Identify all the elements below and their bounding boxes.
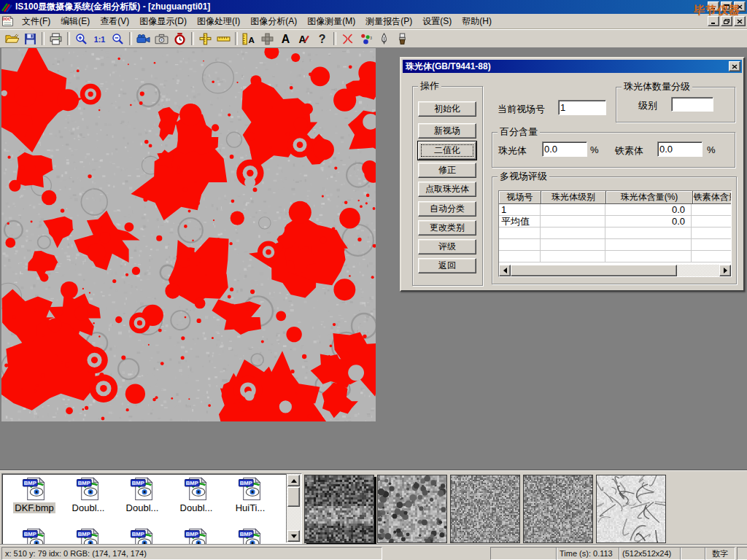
- minimize-button[interactable]: [708, 1, 719, 12]
- file-item[interactable]: BMPHuiTi...: [224, 477, 276, 514]
- preview-thumbnail[interactable]: [450, 475, 520, 543]
- menu-item-image-measure[interactable]: 图像测量(M): [302, 14, 360, 29]
- text-label-icon[interactable]: A: [276, 31, 295, 47]
- print-icon[interactable]: [47, 31, 65, 47]
- current-field-input[interactable]: [558, 100, 606, 115]
- capture-camera-icon[interactable]: [152, 31, 171, 47]
- close-button[interactable]: [734, 1, 746, 12]
- rate-button[interactable]: 评级: [418, 239, 476, 254]
- scroll-up-icon[interactable]: [287, 475, 300, 486]
- grid-cross-icon[interactable]: [258, 31, 276, 47]
- file-item[interactable]: BMPDKF.bmp: [8, 477, 61, 514]
- file-item[interactable]: BMPDoubl...: [62, 477, 115, 514]
- maximize-button[interactable]: [721, 1, 732, 12]
- table-column-header[interactable]: 珠光体含量(%): [606, 191, 693, 204]
- init-button[interactable]: 初始化: [418, 101, 476, 117]
- file-item-partial[interactable]: BMP: [62, 528, 115, 545]
- table-column-header[interactable]: 珠光体级别: [541, 191, 606, 204]
- pearlite-percent-input[interactable]: [542, 141, 587, 157]
- new-field-button[interactable]: 新视场: [418, 123, 476, 139]
- menu-item-help[interactable]: 帮助(H): [457, 14, 497, 29]
- scroll-right-icon[interactable]: [719, 265, 731, 276]
- measure-label-icon[interactable]: A: [240, 31, 258, 47]
- file-item-partial[interactable]: BMP: [224, 528, 276, 545]
- hscroll-thumb[interactable]: [511, 265, 677, 276]
- file-name[interactable]: HuiTi...: [234, 502, 267, 513]
- table-row[interactable]: 10.0: [499, 204, 731, 216]
- scroll-down-icon[interactable]: [287, 530, 300, 542]
- preview-thumbnail[interactable]: [377, 475, 447, 543]
- timer-clock-icon[interactable]: [171, 31, 189, 47]
- file-name[interactable]: Doubl...: [71, 502, 107, 513]
- menu-item-image-display[interactable]: 图像显示(D): [134, 14, 192, 29]
- scroll-left-icon[interactable]: [499, 265, 511, 276]
- ruler-icon[interactable]: [214, 31, 233, 47]
- file-item-partial[interactable]: BMP: [116, 528, 169, 545]
- table-column-header[interactable]: 视场号: [499, 191, 541, 204]
- file-name[interactable]: Doubl...: [179, 502, 214, 513]
- preview-thumbnail[interactable]: [523, 475, 593, 543]
- vscroll-thumb[interactable]: [287, 487, 300, 507]
- return-button[interactable]: 返回: [418, 258, 476, 273]
- menu-item-edit[interactable]: 编辑(E): [55, 14, 95, 29]
- actual-size-icon[interactable]: 1:1: [90, 31, 109, 47]
- pick-pearlite-button[interactable]: 点取珠光体: [418, 182, 476, 197]
- menu-item-view[interactable]: 查看(V): [95, 14, 134, 29]
- svg-text:BMP: BMP: [132, 531, 144, 537]
- svg-text:BMP: BMP: [186, 531, 198, 537]
- file-vscrollbar[interactable]: [286, 474, 301, 542]
- mdi-minimize-button[interactable]: [708, 16, 719, 26]
- video-camera-icon[interactable]: [134, 31, 152, 47]
- toolbar-separator: [333, 32, 336, 45]
- file-item[interactable]: BMPDoubl...: [170, 477, 222, 514]
- metallographic-image[interactable]: [1, 48, 376, 421]
- dialog-close-icon[interactable]: [729, 61, 740, 71]
- open-folder-icon[interactable]: [3, 31, 21, 47]
- status-mode: 数字: [705, 547, 735, 560]
- brush-tool-icon[interactable]: [393, 31, 411, 47]
- pen-tool-icon[interactable]: [375, 31, 393, 47]
- document-icon[interactable]: DOC: [1, 15, 14, 27]
- table-row[interactable]: [499, 251, 731, 262]
- mdi-close-button[interactable]: [734, 16, 746, 26]
- svg-text:BMP: BMP: [240, 480, 252, 486]
- preview-thumbnail[interactable]: [596, 475, 666, 543]
- file-name[interactable]: DKF.bmp: [13, 502, 55, 513]
- menu-item-image-process[interactable]: 图像处理(I): [192, 14, 245, 29]
- change-class-button[interactable]: 更改类别: [418, 220, 476, 236]
- svg-text:BMP: BMP: [78, 480, 90, 486]
- text-edit-icon[interactable]: A: [295, 31, 313, 47]
- curve-tool-icon[interactable]: [338, 31, 357, 47]
- grade-input[interactable]: [671, 97, 713, 112]
- file-name[interactable]: Doubl...: [125, 502, 160, 513]
- binarize-button[interactable]: 二值化: [418, 141, 476, 160]
- save-icon[interactable]: [21, 31, 39, 47]
- file-item-partial[interactable]: BMP: [8, 528, 61, 545]
- window-title: IS100显微摄像系统(金相分析版) - [zhuguangti01]: [15, 1, 210, 13]
- zoom-in-icon[interactable]: [72, 31, 90, 47]
- table-row[interactable]: [499, 239, 731, 251]
- auto-classify-button[interactable]: 自动分类: [418, 201, 476, 217]
- table-hscrollbar[interactable]: [499, 265, 731, 276]
- zoom-out-icon[interactable]: [109, 31, 127, 47]
- bmp-file-icon: BMP: [224, 477, 276, 501]
- ferrite-percent-input[interactable]: [657, 141, 703, 157]
- menu-item-settings[interactable]: 设置(S): [417, 14, 457, 29]
- table-row[interactable]: [499, 228, 731, 239]
- table-column-header[interactable]: 铁素体含量(%): [693, 191, 732, 204]
- caliper-icon[interactable]: [196, 31, 214, 47]
- preview-thumbnail[interactable]: [304, 475, 374, 543]
- dialog-title-bar[interactable]: 珠光体(GB/T9441-88): [403, 60, 742, 73]
- menu-item-image-analysis[interactable]: 图像分析(A): [245, 14, 302, 29]
- table-row[interactable]: 平均值0.0: [499, 216, 731, 228]
- correct-button[interactable]: 修正: [418, 163, 476, 178]
- auto-classify-button-label: 自动分类: [430, 203, 465, 214]
- menu-item-file[interactable]: 文件(F): [17, 14, 55, 29]
- menu-item-measure-report[interactable]: 测量报告(P): [360, 14, 417, 29]
- mdi-restore-button[interactable]: [721, 16, 732, 26]
- bottom-panel: BMPDKF.bmpBMPDoubl...BMPDoubl...BMPDoubl…: [0, 470, 747, 545]
- particle-mark-icon[interactable]: 3: [357, 31, 375, 47]
- help-icon[interactable]: ?: [313, 31, 331, 47]
- file-item-partial[interactable]: BMP: [170, 528, 222, 545]
- file-item[interactable]: BMPDoubl...: [116, 477, 169, 514]
